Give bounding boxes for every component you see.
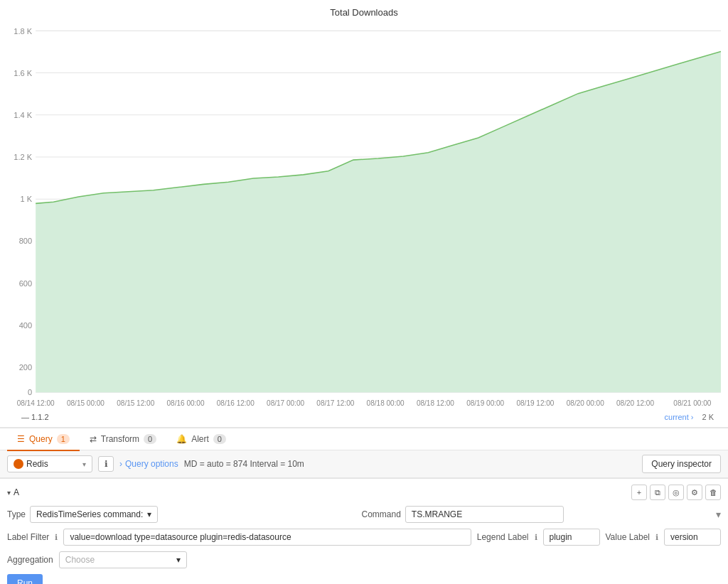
svg-text:1.4 K: 1.4 K (14, 111, 32, 119)
query-options-detail: MD = auto = 874 Interval = 10m (184, 459, 304, 469)
value-input[interactable] (664, 529, 721, 546)
section-name: A (14, 487, 19, 497)
svg-text:08/21 00:00: 08/21 00:00 (673, 399, 711, 407)
query-icon: ☰ (17, 434, 25, 444)
label-filter-row: Label Filter ℹ Legend Label ℹ Value Labe… (7, 529, 721, 546)
info-icon: ℹ (105, 459, 108, 469)
chart-container: Total Downloads 0 200 400 600 800 1 K 1.… (0, 0, 728, 427)
panel-actions: + ⧉ ◎ ⚙ 🗑 (631, 485, 721, 500)
label-filter-info-icon: ℹ (55, 533, 58, 542)
transform-icon: ⇄ (90, 434, 97, 444)
svg-text:1.6 K: 1.6 K (14, 69, 32, 77)
delete-button[interactable]: 🗑 (705, 485, 721, 500)
svg-text:800: 800 (19, 237, 32, 245)
command-field-group: Command (362, 506, 711, 523)
svg-text:600: 600 (19, 279, 32, 288)
chart-title: Total Downloads (7, 7, 721, 18)
add-button[interactable]: + (631, 485, 647, 500)
svg-text:1.2 K: 1.2 K (14, 153, 32, 161)
svg-text:08/16 12:00: 08/16 12:00 (217, 399, 255, 407)
aggregation-label: Aggregation (7, 555, 53, 565)
chart-footer: — 1.1.2 current › 2 K (7, 407, 721, 427)
command-label: Command (362, 509, 401, 519)
svg-text:08/15 12:00: 08/15 12:00 (117, 399, 154, 407)
tab-transform-label: Transform (101, 434, 139, 444)
svg-text:200: 200 (19, 363, 32, 372)
chevron-right-icon: › (119, 459, 122, 469)
svg-text:1.8 K: 1.8 K (14, 26, 32, 35)
svg-text:08/14 12:00: 08/14 12:00 (17, 399, 55, 407)
svg-text:08/15 00:00: 08/15 00:00 (67, 399, 105, 407)
tab-transform-badge: 0 (144, 434, 156, 444)
aggregation-placeholder: Choose (65, 555, 95, 565)
copy-icon: ⧉ (655, 488, 660, 497)
datasource-name: Redis (26, 459, 48, 469)
legend-input[interactable] (543, 529, 600, 546)
version-tag: — 1.1.2 (14, 410, 49, 424)
svg-text:1 K: 1 K (21, 195, 33, 203)
plus-icon: + (637, 488, 641, 497)
max-value: 2 K (702, 413, 714, 421)
tab-query-label: Query (29, 434, 53, 444)
svg-text:08/20 12:00: 08/20 12:00 (616, 399, 654, 407)
command-expand-icon: ▾ (716, 509, 721, 520)
query-panel: ▾ A + ⧉ ◎ ⚙ 🗑 Type RedisT (0, 478, 728, 584)
run-button[interactable]: Run (7, 574, 43, 584)
legend-info-icon: ℹ (535, 533, 537, 542)
query-options-label: Query options (125, 459, 178, 469)
legend-label-label: Legend Label (477, 532, 529, 542)
type-command-row: Type RedisTimeSeries command: ▾ Command … (7, 506, 721, 523)
type-field-group: Type RedisTimeSeries command: ▾ (7, 506, 356, 523)
chart-area: 0 200 400 600 800 1 K 1.2 K 1.4 K 1.6 K … (7, 23, 721, 407)
svg-text:0: 0 (28, 388, 32, 396)
svg-text:08/19 12:00: 08/19 12:00 (516, 399, 554, 407)
tab-query[interactable]: ☰ Query 1 (7, 428, 80, 451)
svg-text:08/18 12:00: 08/18 12:00 (417, 399, 454, 407)
trash-icon: 🗑 (710, 488, 717, 497)
tab-alert-badge: 0 (213, 434, 226, 444)
expand-button[interactable]: ▾ (7, 489, 11, 497)
value-info-icon: ℹ (655, 533, 658, 542)
query-options-button[interactable]: › Query options (119, 459, 178, 469)
type-value: RedisTimeSeries command: (36, 509, 143, 519)
tab-alert[interactable]: 🔔 Alert 0 (166, 428, 236, 451)
chevron-down-icon: ▾ (7, 489, 11, 497)
label-filter-input[interactable] (63, 529, 471, 546)
svg-text:08/17 12:00: 08/17 12:00 (316, 399, 354, 407)
settings-button[interactable]: ⚙ (687, 485, 702, 500)
label-filter-label: Label Filter (7, 532, 49, 542)
svg-text:08/20 00:00: 08/20 00:00 (567, 399, 604, 407)
alert-icon: 🔔 (176, 434, 187, 444)
tab-query-badge: 1 (57, 434, 70, 444)
svg-text:08/19 00:00: 08/19 00:00 (466, 399, 504, 407)
gear-icon: ⚙ (691, 488, 698, 497)
svg-text:400: 400 (19, 321, 32, 330)
chevron-down-icon: ▾ (82, 460, 86, 468)
eye-button[interactable]: ◎ (668, 485, 684, 500)
command-input[interactable] (405, 506, 564, 523)
svg-text:08/18 00:00: 08/18 00:00 (367, 399, 405, 407)
datasource-select[interactable]: Redis ▾ (7, 455, 92, 472)
type-label: Type (7, 509, 26, 519)
tabs-bar: ☰ Query 1 ⇄ Transform 0 🔔 Alert 0 (0, 427, 728, 450)
chart-svg: 0 200 400 600 800 1 K 1.2 K 1.4 K 1.6 K … (7, 23, 721, 407)
chevron-down-icon: ▾ (176, 555, 181, 565)
value-label-label: Value Label (606, 532, 651, 542)
type-select[interactable]: RedisTimeSeries command: ▾ (30, 506, 158, 523)
aggregation-row: Aggregation Choose ▾ (7, 551, 721, 568)
query-section-label: ▾ A (7, 487, 19, 497)
aggregation-select[interactable]: Choose ▾ (59, 551, 187, 568)
svg-text:08/17 00:00: 08/17 00:00 (267, 399, 304, 407)
copy-button[interactable]: ⧉ (650, 485, 665, 500)
chevron-down-icon: ▾ (147, 509, 151, 519)
tab-alert-label: Alert (191, 434, 209, 444)
svg-text:08/16 00:00: 08/16 00:00 (167, 399, 205, 407)
current-link[interactable]: current › (665, 413, 694, 421)
query-bar: Redis ▾ ℹ › Query options MD = auto = 87… (0, 450, 728, 478)
info-button[interactable]: ℹ (98, 456, 114, 472)
eye-icon: ◎ (673, 488, 680, 497)
tab-transform[interactable]: ⇄ Transform 0 (80, 428, 166, 451)
query-inspector-button[interactable]: Query inspector (642, 455, 721, 473)
query-panel-header: ▾ A + ⧉ ◎ ⚙ 🗑 (7, 485, 721, 500)
redis-icon (14, 459, 23, 469)
